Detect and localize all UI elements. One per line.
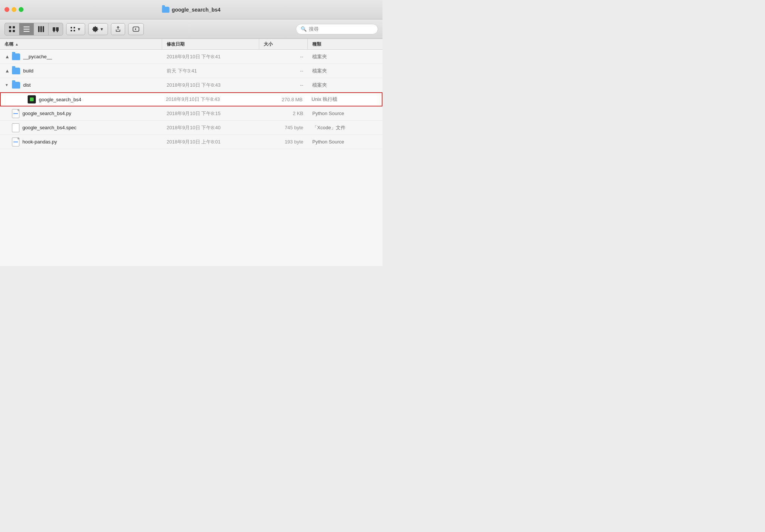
icon-view-icon <box>9 26 15 33</box>
file-list: ▶ __pycache__ 2018年9月10日 下午8:41 -- 檔案夾 ▶… <box>0 50 382 266</box>
table-row-highlighted[interactable]: google_search_bs4 2018年9月10日 下午8:43 270.… <box>0 92 382 106</box>
icon-view-button[interactable] <box>5 23 19 35</box>
svg-rect-6 <box>24 31 30 32</box>
file-size-cell: 2 KB <box>259 106 308 120</box>
file-name-cell: ▼ dist <box>0 78 162 92</box>
file-name-cell: google_search_bs4.spec <box>0 121 162 134</box>
svg-rect-8 <box>40 26 42 32</box>
svg-rect-17 <box>74 30 75 31</box>
search-icon: 🔍 <box>301 26 307 32</box>
svg-rect-15 <box>74 27 75 28</box>
svg-rect-12 <box>53 31 55 32</box>
window-title-area: google_search_bs4 <box>162 7 221 13</box>
back-icon <box>132 26 140 32</box>
action-dropdown-arrow: ▼ <box>100 27 104 31</box>
gallery-view-icon <box>52 26 59 33</box>
finder-window: google_search_bs4 <box>0 0 382 266</box>
expand-arrow[interactable]: ▶ <box>4 69 9 73</box>
file-date-cell: 2018年9月10日 下午8:15 <box>162 106 259 120</box>
list-view-button[interactable] <box>19 23 34 35</box>
file-kind-cell: Unix 執行檔 <box>307 93 382 106</box>
col-header-date[interactable]: 修改日期 <box>162 39 259 49</box>
file-name-cell: ▶ build <box>0 64 162 78</box>
svg-rect-10 <box>53 27 55 31</box>
table-row[interactable]: ▶ __pycache__ 2018年9月10日 下午8:41 -- 檔案夾 <box>0 50 382 64</box>
file-size-cell: 193 byte <box>259 135 308 149</box>
dropdown-arrow: ▼ <box>77 27 81 31</box>
svg-rect-0 <box>9 26 11 28</box>
svg-rect-16 <box>71 30 72 31</box>
file-kind-cell: 「Xcode」文件 <box>308 121 382 134</box>
action-button[interactable]: ▼ <box>88 23 108 35</box>
file-kind-cell: 檔案夾 <box>308 78 382 92</box>
table-row[interactable]: ▶ build 前天 下午3:41 -- 檔案夾 <box>0 64 382 78</box>
col-header-kind[interactable]: 種類 <box>308 39 382 49</box>
gallery-view-button[interactable] <box>49 23 63 35</box>
search-box[interactable]: 🔍 <box>296 24 378 34</box>
back-button[interactable] <box>128 23 144 35</box>
svg-rect-4 <box>24 27 30 27</box>
col-header-size[interactable]: 大小 <box>259 39 308 49</box>
share-button[interactable] <box>111 23 125 35</box>
file-name-cell: hook-pandas.py <box>0 135 162 149</box>
expand-arrow[interactable]: ▼ <box>4 83 9 87</box>
grid-icon <box>70 27 75 32</box>
file-date-cell: 2018年9月10日 下午8:43 <box>162 78 259 92</box>
spec-file-icon <box>12 123 19 132</box>
file-date-cell: 2018年9月10日 下午8:43 <box>161 93 258 106</box>
python-file-icon <box>12 109 19 118</box>
col-header-name[interactable]: 名稱 ▲ <box>0 39 162 49</box>
svg-rect-3 <box>13 30 15 32</box>
maximize-button[interactable] <box>19 7 24 12</box>
sort-arrow: ▲ <box>15 42 19 46</box>
column-headers: 名稱 ▲ 修改日期 大小 種類 <box>0 39 382 50</box>
gear-icon <box>92 26 98 32</box>
svg-rect-14 <box>71 27 72 28</box>
view-options-dropdown[interactable]: ▼ <box>66 23 85 35</box>
window-title: google_search_bs4 <box>172 7 221 13</box>
expand-arrow[interactable]: ▶ <box>4 55 9 59</box>
file-kind-cell: 檔案夾 <box>308 50 382 64</box>
folder-icon <box>162 7 170 13</box>
toolbar: ▼ ▼ 🔍 <box>0 19 382 39</box>
svg-rect-11 <box>56 27 59 31</box>
folder-icon <box>12 53 20 60</box>
table-row[interactable]: ▼ dist 2018年9月10日 下午8:43 -- 檔案夾 <box>0 78 382 92</box>
column-view-button[interactable] <box>34 23 49 35</box>
folder-icon <box>12 68 20 74</box>
svg-rect-13 <box>57 31 58 32</box>
file-date-cell: 2018年9月10日 下午8:41 <box>162 50 259 64</box>
svg-rect-1 <box>13 26 15 28</box>
list-view-icon <box>23 26 30 33</box>
svg-rect-9 <box>43 26 44 32</box>
table-row[interactable]: google_search_bs4.spec 2018年9月10日 下午8:40… <box>0 121 382 135</box>
table-row[interactable]: google_search_bs4.py 2018年9月10日 下午8:15 2… <box>0 106 382 121</box>
file-size-cell: -- <box>259 64 308 78</box>
file-size-cell: -- <box>259 78 308 92</box>
file-size-cell: 745 byte <box>259 121 308 134</box>
executable-icon <box>28 95 36 103</box>
file-kind-cell: Python Source <box>308 135 382 149</box>
file-date-cell: 前天 下午3:41 <box>162 64 259 78</box>
file-size-cell: 270.8 MB <box>258 93 307 106</box>
svg-rect-7 <box>38 26 40 32</box>
title-bar: google_search_bs4 <box>0 0 382 19</box>
table-row[interactable]: hook-pandas.py 2018年9月10日 上午8:01 193 byt… <box>0 135 382 149</box>
file-kind-cell: Python Source <box>308 106 382 120</box>
folder-icon <box>12 82 20 89</box>
minimize-button[interactable] <box>12 7 16 12</box>
column-view-icon <box>38 26 44 33</box>
file-name-cell: ▶ __pycache__ <box>0 50 162 64</box>
svg-rect-2 <box>9 30 11 32</box>
python-file-icon <box>12 137 19 146</box>
search-input[interactable] <box>309 26 373 32</box>
file-name-cell: google_search_bs4.py <box>0 106 162 120</box>
view-mode-group <box>4 23 63 35</box>
file-kind-cell: 檔案夾 <box>308 64 382 78</box>
file-name-cell: google_search_bs4 <box>1 93 161 106</box>
svg-rect-5 <box>24 29 30 30</box>
file-date-cell: 2018年9月10日 下午8:40 <box>162 121 259 134</box>
close-button[interactable] <box>4 7 9 12</box>
share-icon <box>115 26 121 32</box>
file-date-cell: 2018年9月10日 上午8:01 <box>162 135 259 149</box>
